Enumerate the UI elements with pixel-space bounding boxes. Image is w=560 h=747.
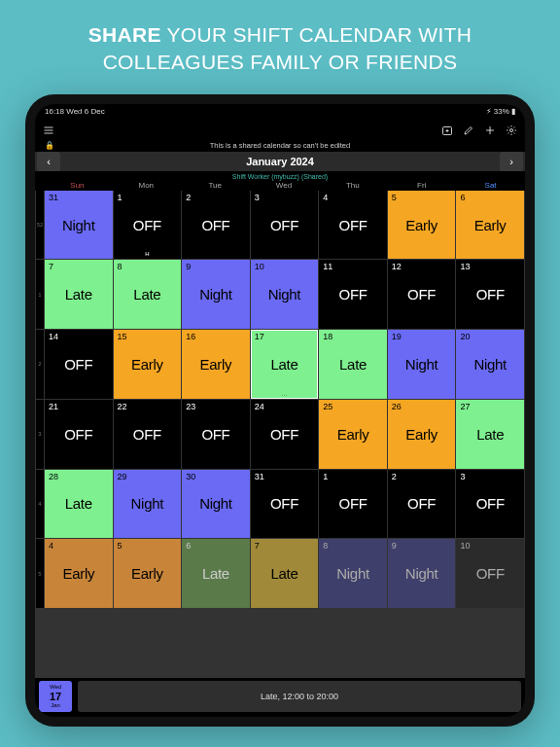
gear-icon[interactable] xyxy=(506,124,517,136)
day-cell[interactable]: 10OFF xyxy=(456,539,524,608)
shift-label: OFF xyxy=(339,286,368,302)
day-number: 7 xyxy=(49,262,53,271)
day-of-week-row: Sun Mon Tue Wed Thu Fri Sat xyxy=(35,181,525,191)
day-cell[interactable]: 20Night xyxy=(456,330,524,399)
shift-label: Night xyxy=(199,286,232,302)
day-cell[interactable]: 2OFF xyxy=(388,470,456,539)
lock-icon: 🔒 xyxy=(45,141,54,150)
day-cell[interactable]: 18Late xyxy=(319,330,387,399)
day-number: 5 xyxy=(118,541,122,551)
shift-label: OFF xyxy=(64,426,92,443)
day-cell[interactable]: 2OFF xyxy=(182,191,250,260)
day-cell[interactable]: 4OFF xyxy=(319,191,387,260)
day-number: 11 xyxy=(323,262,332,271)
day-cell[interactable]: 8Night xyxy=(319,539,387,608)
day-number: 12 xyxy=(392,262,402,271)
day-cell[interactable]: 24OFF xyxy=(251,400,319,469)
tablet-frame: 16:18 Wed 6 Dec ⚡︎ 33% ▮ 🔒 This is a sha… xyxy=(25,94,535,727)
day-cell[interactable]: 12OFF xyxy=(388,260,456,329)
day-marker: … xyxy=(281,391,287,397)
week-number: 52 xyxy=(36,191,44,260)
day-cell[interactable]: 1OFFH xyxy=(114,191,182,260)
week-row: 428Late29Night30Night31OFF1OFF2OFF3OFF xyxy=(36,470,524,539)
toolbar xyxy=(35,120,525,141)
day-cell[interactable]: 22OFF xyxy=(114,400,182,469)
next-month-button[interactable]: › xyxy=(500,152,523,171)
shift-label: OFF xyxy=(201,426,229,443)
day-cell[interactable]: 26Early xyxy=(388,400,456,469)
week-row: 321OFF22OFF23OFF24OFF25Early26Early27Lat… xyxy=(36,400,524,469)
day-number: 4 xyxy=(323,193,328,202)
menu-icon[interactable] xyxy=(43,124,54,136)
day-cell[interactable]: 28Late xyxy=(45,470,113,539)
shift-label: Late xyxy=(202,565,229,582)
shift-label: Night xyxy=(473,356,507,373)
day-cell[interactable]: 3OFF xyxy=(251,191,319,260)
week-row: 5231Night1OFFH2OFF3OFF4OFF5Early6Early xyxy=(36,191,524,260)
day-cell[interactable]: 23OFF xyxy=(182,400,250,469)
day-number: 26 xyxy=(392,402,402,411)
shift-label: OFF xyxy=(339,495,368,512)
day-cell[interactable]: 29Night xyxy=(114,470,182,539)
shift-label: Late xyxy=(65,286,92,302)
day-cell[interactable]: 13OFF xyxy=(456,260,524,329)
add-event-icon[interactable] xyxy=(441,124,453,136)
selected-day-badge[interactable]: Wed 17 Jan xyxy=(39,681,72,712)
shift-label: Early xyxy=(474,217,507,233)
week-number: 2 xyxy=(36,330,44,399)
shift-label: OFF xyxy=(407,495,436,512)
day-cell[interactable]: 30Night xyxy=(182,470,250,539)
shift-label: Late xyxy=(476,426,504,443)
add-icon[interactable] xyxy=(484,124,496,136)
day-cell[interactable]: 14OFF xyxy=(45,330,113,399)
marketing-headline: SHARE YOUR SHIFT CALENDAR WITH COLLEAGUE… xyxy=(0,0,560,94)
day-cell[interactable]: 31Night xyxy=(45,191,113,260)
day-cell[interactable]: 9Night xyxy=(182,260,250,329)
day-cell[interactable]: 7Late xyxy=(45,260,113,329)
day-number: 13 xyxy=(460,262,470,271)
day-cell[interactable]: 19Night xyxy=(388,330,456,399)
shift-label: Late xyxy=(270,565,298,582)
day-cell[interactable]: 15Early xyxy=(114,330,182,399)
shift-label: Night xyxy=(62,217,95,233)
day-cell[interactable]: 6Late xyxy=(182,539,250,608)
shared-calendar-label: Shift Worker (mybuzz) (Shared) xyxy=(35,171,525,181)
shift-summary[interactable]: Late, 12:00 to 20:00 xyxy=(78,681,521,712)
lock-note-row: 🔒 This is a shared calendar so can't be … xyxy=(35,141,525,152)
day-cell[interactable]: 31OFF xyxy=(251,470,319,539)
day-cell[interactable]: 5Early xyxy=(114,539,182,608)
day-number: 10 xyxy=(255,262,264,271)
day-cell[interactable]: 3OFF xyxy=(456,470,524,539)
month-label[interactable]: January 2024 xyxy=(62,156,498,167)
day-number: 19 xyxy=(392,332,402,341)
shift-label: OFF xyxy=(270,495,298,512)
day-cell[interactable]: 7Late xyxy=(251,539,319,608)
day-number: 1 xyxy=(323,472,328,481)
day-number: 25 xyxy=(323,402,332,411)
shift-label: OFF xyxy=(476,286,505,302)
day-cell[interactable]: 16Early xyxy=(182,330,250,399)
shift-label: OFF xyxy=(64,356,92,373)
day-cell[interactable]: 11OFF xyxy=(319,260,387,329)
day-cell[interactable]: 17Late… xyxy=(251,330,319,399)
day-number: 5 xyxy=(392,193,397,202)
day-cell[interactable]: 4Early xyxy=(45,539,113,608)
shift-label: OFF xyxy=(133,217,161,233)
day-cell[interactable]: 10Night xyxy=(251,260,319,329)
week-row: 17Late8Late9Night10Night11OFF12OFF13OFF xyxy=(36,260,524,329)
day-cell[interactable]: 21OFF xyxy=(45,400,113,469)
day-cell[interactable]: 6Early xyxy=(456,191,524,260)
day-number: 31 xyxy=(255,472,264,481)
day-cell[interactable]: 25Early xyxy=(319,400,387,469)
shift-label: Night xyxy=(405,356,438,373)
day-number: 16 xyxy=(186,332,195,341)
day-cell[interactable]: 5Early xyxy=(388,191,456,260)
prev-month-button[interactable]: ‹ xyxy=(37,152,60,171)
day-cell[interactable]: 8Late xyxy=(114,260,182,329)
status-battery: 33% xyxy=(494,107,509,116)
day-cell[interactable]: 9Night xyxy=(388,539,456,608)
edit-icon[interactable] xyxy=(463,124,474,136)
day-cell[interactable]: 1OFF xyxy=(319,470,387,539)
day-cell[interactable]: 27Late xyxy=(456,400,524,469)
shift-label: OFF xyxy=(133,426,161,443)
